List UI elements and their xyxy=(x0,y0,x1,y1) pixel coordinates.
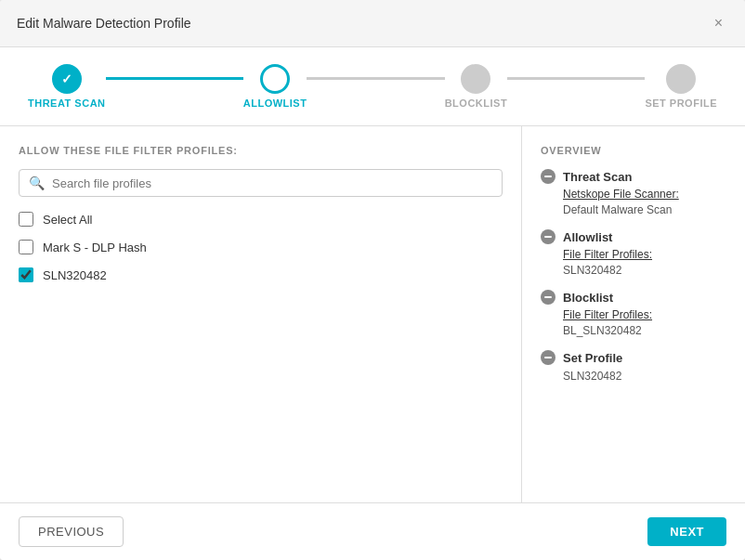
overview-value-set-profile: SLN320482 xyxy=(563,370,621,383)
checkbox-sln320482-label[interactable]: SLN320482 xyxy=(43,268,107,282)
stepper-track: ✓ THREAT SCAN ALLOWLIST BLOCKLIST SET PR… xyxy=(28,64,717,109)
overview-value-blocklist: BL_SLN320482 xyxy=(563,324,642,337)
overview-detail-threat-scan: Netskope File Scanner: Default Malware S… xyxy=(541,188,726,216)
overview-section-blocklist: Blocklist File Filter Profiles: BL_SLN32… xyxy=(541,290,726,337)
right-panel: OVERVIEW Threat Scan Netskope File Scann… xyxy=(522,126,745,502)
minus-icon-set-profile xyxy=(541,350,555,365)
overview-section-header-threat-scan: Threat Scan xyxy=(541,169,726,184)
checkbox-mark-s-input[interactable] xyxy=(19,240,33,254)
overview-section-set-profile: Set Profile SLN320482 xyxy=(541,350,726,383)
step-label-set-profile: SET PROFILE xyxy=(645,98,717,109)
checkbox-mark-s-label[interactable]: Mark S - DLP Hash xyxy=(43,241,147,254)
connector-2 xyxy=(307,77,444,80)
overview-value-allowlist: SLN320482 xyxy=(563,264,621,277)
connector-1 xyxy=(106,77,243,80)
overview-detail-blocklist: File Filter Profiles: BL_SLN320482 xyxy=(541,308,726,337)
modal-footer: PREVIOUS NEXT xyxy=(0,503,745,560)
overview-section-allowlist: Allowlist File Filter Profiles: SLN32048… xyxy=(541,229,726,277)
step-label-allowlist: ALLOWLIST xyxy=(243,98,307,109)
checkbox-select-all: Select All xyxy=(19,212,503,227)
checkbox-sln320482-input[interactable] xyxy=(19,267,33,282)
step-set-profile[interactable]: SET PROFILE xyxy=(645,64,717,109)
overview-section-header-set-profile: Set Profile xyxy=(541,350,726,365)
modal-title: Edit Malware Detection Profile xyxy=(17,16,191,31)
overview-link-allowlist[interactable]: File Filter Profiles: xyxy=(563,248,726,261)
minus-icon-allowlist xyxy=(541,229,555,244)
search-box: 🔍 xyxy=(19,169,503,197)
previous-button[interactable]: PREVIOUS xyxy=(19,516,124,547)
search-input[interactable] xyxy=(52,176,492,190)
modal-header: Edit Malware Detection Profile × xyxy=(0,0,745,47)
overview-section-name-blocklist: Blocklist xyxy=(563,291,613,305)
step-circle-threat-scan: ✓ xyxy=(52,64,82,94)
overview-section-threat-scan: Threat Scan Netskope File Scanner: Defau… xyxy=(541,169,726,216)
overview-link-blocklist[interactable]: File Filter Profiles: xyxy=(563,308,726,321)
checkmark-icon: ✓ xyxy=(61,72,72,86)
close-button[interactable]: × xyxy=(709,13,728,33)
checkbox-mark-s: Mark S - DLP Hash xyxy=(19,240,503,254)
overview-detail-set-profile: SLN320482 xyxy=(541,369,726,383)
overview-title: OVERVIEW xyxy=(541,145,726,156)
next-button[interactable]: NEXT xyxy=(647,517,726,546)
minus-icon-threat-scan xyxy=(541,169,555,184)
overview-section-header-allowlist: Allowlist xyxy=(541,229,726,244)
overview-section-header-blocklist: Blocklist xyxy=(541,290,726,305)
step-label-blocklist: BLOCKLIST xyxy=(445,98,507,109)
step-label-threat-scan: THREAT SCAN xyxy=(28,98,106,109)
overview-detail-allowlist: File Filter Profiles: SLN320482 xyxy=(541,248,726,277)
step-allowlist[interactable]: ALLOWLIST xyxy=(243,64,307,109)
checkbox-select-all-label[interactable]: Select All xyxy=(43,213,92,227)
overview-section-name-allowlist: Allowlist xyxy=(563,230,612,244)
step-circle-allowlist xyxy=(260,64,290,94)
modal: Edit Malware Detection Profile × ✓ THREA… xyxy=(0,0,745,560)
checkbox-sln320482: SLN320482 xyxy=(19,267,503,282)
overview-section-name-threat-scan: Threat Scan xyxy=(563,170,632,184)
search-icon: 🔍 xyxy=(29,176,45,190)
left-panel: ALLOW THESE FILE FILTER PROFILES: 🔍 Sele… xyxy=(0,126,522,502)
overview-value-threat-scan: Default Malware Scan xyxy=(563,203,672,216)
step-threat-scan[interactable]: ✓ THREAT SCAN xyxy=(28,64,106,109)
overview-section-name-set-profile: Set Profile xyxy=(563,351,622,365)
left-panel-title: ALLOW THESE FILE FILTER PROFILES: xyxy=(19,145,503,156)
content-area: ALLOW THESE FILE FILTER PROFILES: 🔍 Sele… xyxy=(0,126,745,503)
checkbox-select-all-input[interactable] xyxy=(19,212,33,227)
connector-3 xyxy=(507,77,645,80)
overview-link-threat-scan[interactable]: Netskope File Scanner: xyxy=(563,188,726,201)
stepper: ✓ THREAT SCAN ALLOWLIST BLOCKLIST SET PR… xyxy=(0,47,745,126)
minus-icon-blocklist xyxy=(541,290,555,305)
step-circle-set-profile xyxy=(666,64,696,94)
step-blocklist[interactable]: BLOCKLIST xyxy=(445,64,507,109)
step-circle-blocklist xyxy=(461,64,490,94)
